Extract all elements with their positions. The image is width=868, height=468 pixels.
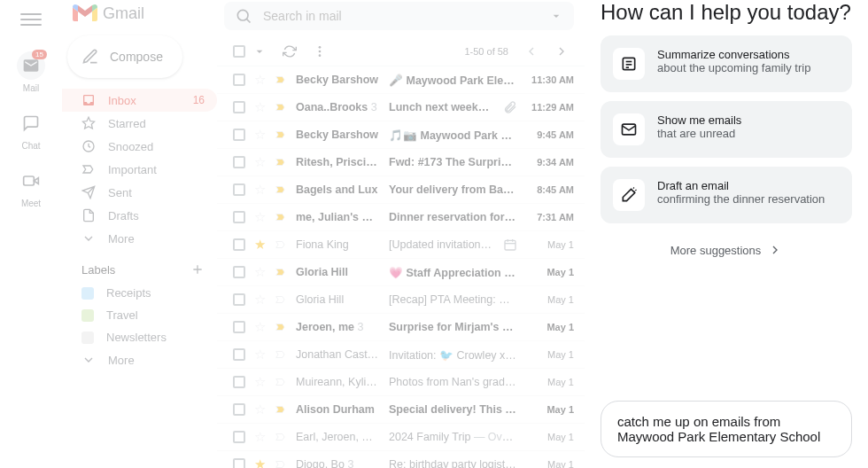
time: 9:34 AM: [526, 157, 574, 168]
star-toggle[interactable]: ★: [254, 456, 266, 468]
star-toggle[interactable]: ☆: [254, 182, 266, 198]
importance-marker[interactable]: [275, 293, 287, 306]
email-row[interactable]: ☆Gloria Hill💗 Staff Appreciation Week is…: [217, 259, 585, 286]
star-toggle[interactable]: ☆: [254, 319, 266, 335]
compose-button[interactable]: Compose: [67, 35, 182, 78]
sender: Oana..Brooks 3: [296, 101, 380, 113]
nav-inbox[interactable]: Inbox 16: [62, 89, 217, 112]
star-toggle[interactable]: ☆: [254, 264, 266, 280]
suggestion-summarize[interactable]: Summarize conversationsabout the upcomin…: [601, 35, 852, 92]
email-row[interactable]: ☆Becky Barshow🎵📷 Maywood Park Elementary…: [217, 121, 585, 149]
label-travel[interactable]: Travel: [62, 304, 217, 326]
select-all-checkbox[interactable]: [233, 45, 245, 58]
star-toggle[interactable]: ☆: [254, 402, 266, 417]
row-checkbox[interactable]: [233, 321, 245, 333]
row-checkbox[interactable]: [233, 238, 245, 251]
more-suggestions[interactable]: More suggestions: [601, 232, 852, 268]
suggestion-unread[interactable]: Show me emailsthat are unread: [601, 101, 852, 158]
search-input[interactable]: [263, 9, 539, 23]
importance-marker[interactable]: [275, 156, 287, 168]
row-checkbox[interactable]: [233, 458, 245, 468]
search-dropdown-icon[interactable]: [549, 9, 563, 23]
email-row[interactable]: ☆me, Julian's DinerDinner reservation fo…: [217, 204, 585, 231]
email-row[interactable]: ☆Jonathan CastilloInvitation: 🐦 Crowley …: [217, 341, 585, 369]
email-row[interactable]: ☆Muireann, Kylie, DavidPhotos from Nan's…: [217, 369, 585, 396]
importance-marker[interactable]: [275, 376, 287, 388]
nav-starred[interactable]: Starred: [62, 112, 217, 135]
menu-button[interactable]: [20, 9, 42, 30]
importance-marker[interactable]: [275, 266, 287, 278]
nav-more[interactable]: More: [62, 227, 217, 250]
email-row[interactable]: ☆Oana..Brooks 3Lunch next week? — That…1…: [217, 94, 585, 121]
importance-marker[interactable]: [275, 403, 287, 416]
importance-marker[interactable]: [275, 129, 287, 141]
star-toggle[interactable]: ★: [254, 237, 266, 253]
rail-mail[interactable]: 15 Mail: [17, 51, 45, 93]
gmail-logo[interactable]: Gmail: [62, 4, 217, 23]
star-toggle[interactable]: ☆: [254, 72, 266, 88]
email-row[interactable]: ☆Jeroen, me 3Surprise for Mirjam's Birth…: [217, 314, 585, 341]
star-toggle[interactable]: ☆: [254, 209, 266, 225]
row-checkbox[interactable]: [233, 183, 245, 196]
sugg-sub: that are unread: [657, 127, 741, 140]
email-row[interactable]: ☆Bagels and LuxYour delivery from Bagels…: [217, 176, 585, 204]
subject: Your delivery from Bagels and Lux…: [389, 183, 517, 196]
importance-marker[interactable]: [275, 348, 287, 361]
importance-marker[interactable]: [275, 101, 287, 113]
star-toggle[interactable]: ☆: [254, 127, 266, 143]
row-checkbox[interactable]: [233, 101, 245, 113]
row-checkbox[interactable]: [233, 403, 245, 416]
nav-sent[interactable]: Sent: [62, 181, 217, 204]
importance-marker[interactable]: [275, 183, 287, 196]
prev-page-icon[interactable]: [524, 44, 539, 58]
star-toggle[interactable]: ☆: [254, 374, 266, 390]
row-checkbox[interactable]: [233, 74, 245, 86]
next-page-icon[interactable]: [554, 44, 569, 58]
labels-more[interactable]: More: [62, 348, 217, 371]
importance-marker[interactable]: [275, 458, 287, 468]
label-newsletters[interactable]: Newsletters: [62, 326, 217, 348]
row-checkbox[interactable]: [233, 266, 245, 278]
suggestion-draft[interactable]: Draft an emailconfirming the dinner rese…: [601, 167, 852, 223]
star-toggle[interactable]: ☆: [254, 292, 266, 308]
importance-marker[interactable]: [275, 211, 287, 223]
sugg-sub: confirming the dinner reservation: [657, 192, 825, 206]
row-checkbox[interactable]: [233, 431, 245, 443]
importance-marker[interactable]: [275, 238, 287, 251]
email-row[interactable]: ☆Becky Barshow🎤 Maywood Park Elementary:…: [217, 66, 585, 94]
email-row[interactable]: ☆Earl, Jeroen, me 32024 Family Trip — Ov…: [217, 424, 585, 451]
nav-important[interactable]: Important: [62, 158, 217, 181]
nav-snoozed[interactable]: Snoozed: [62, 135, 217, 158]
nav-drafts[interactable]: Drafts: [62, 204, 217, 227]
row-checkbox[interactable]: [233, 348, 245, 361]
search-bar[interactable]: [224, 2, 574, 30]
star-toggle[interactable]: ☆: [254, 154, 266, 170]
more-icon[interactable]: [313, 44, 327, 58]
email-row[interactable]: ☆Alison DurhamSpecial delivery! This mon…: [217, 396, 585, 424]
email-row[interactable]: ☆Gloria Hill[Recap] PTA Meeting: May 13 …: [217, 286, 585, 314]
row-checkbox[interactable]: [233, 156, 245, 168]
assistant-input[interactable]: catch me up on emails from Maywood Park …: [601, 401, 852, 457]
label-name: Travel: [106, 308, 138, 322]
importance-marker[interactable]: [275, 74, 287, 86]
star-toggle[interactable]: ☆: [254, 429, 266, 445]
select-dropdown-icon[interactable]: [252, 44, 267, 58]
label-receipts[interactable]: Receipts: [62, 282, 217, 304]
row-checkbox[interactable]: [233, 211, 245, 223]
email-row[interactable]: ★Fiona King[Updated invitation] Summer R…: [217, 231, 585, 259]
email-row[interactable]: ★Diogo, Bo 3Re: birthday party logistics…: [217, 451, 585, 468]
time: May 1: [526, 349, 574, 360]
add-label-icon[interactable]: [190, 262, 205, 277]
rail-chat[interactable]: Chat: [17, 109, 45, 151]
row-checkbox[interactable]: [233, 129, 245, 141]
refresh-icon[interactable]: [283, 44, 297, 58]
email-row[interactable]: ☆Ritesh, Priscilla 2Fwd: #173 The Surpri…: [217, 149, 585, 176]
star-toggle[interactable]: ☆: [254, 99, 266, 115]
importance-marker[interactable]: [275, 321, 287, 333]
label-name: Newsletters: [106, 331, 167, 344]
star-toggle[interactable]: ☆: [254, 347, 266, 363]
row-checkbox[interactable]: [233, 376, 245, 388]
importance-marker[interactable]: [275, 431, 287, 443]
rail-meet[interactable]: Meet: [17, 167, 45, 208]
row-checkbox[interactable]: [233, 293, 245, 306]
